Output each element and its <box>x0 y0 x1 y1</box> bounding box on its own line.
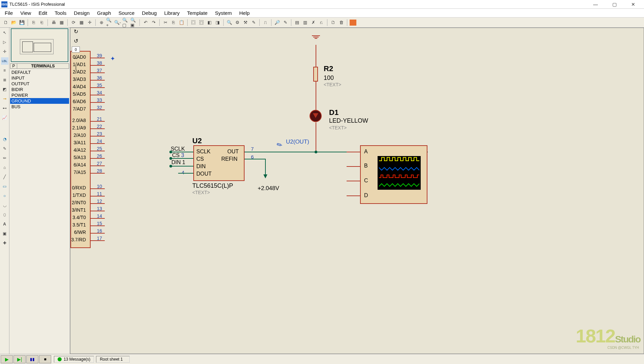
mirror-h-icon[interactable]: ↔ <box>72 55 79 62</box>
text-2d-icon[interactable]: A <box>1 220 8 228</box>
power-terminal-icon[interactable] <box>312 35 320 39</box>
component-d1-led[interactable] <box>310 110 322 122</box>
copy-icon[interactable]: ⎘ <box>170 19 177 26</box>
grid-icon[interactable]: ▦ <box>78 19 85 26</box>
line-2d-icon[interactable]: ╱ <box>1 173 8 181</box>
bom-icon[interactable]: ▤ <box>293 19 301 26</box>
new-sheet-icon[interactable]: 🗋 <box>329 19 337 26</box>
junction-icon[interactable]: ✛ <box>1 48 8 55</box>
origin-icon[interactable]: ✛ <box>86 19 93 26</box>
sim-step-button[interactable]: ▶| <box>13 355 26 363</box>
maximize-button[interactable]: ▢ <box>608 1 621 8</box>
zoom-out-icon[interactable]: 🔍- <box>114 19 121 26</box>
terminal-item-input[interactable]: INPUT <box>10 75 69 81</box>
marker-icon[interactable]: ✚ <box>1 239 8 247</box>
menu-library[interactable]: Library <box>161 9 183 17</box>
instruments-icon[interactable]: ⌂ <box>1 164 8 171</box>
menu-file[interactable]: File <box>1 9 16 17</box>
terminal-item-output[interactable]: OUTPUT <box>10 81 69 87</box>
sheet-name[interactable]: Root sheet 1 <box>96 356 130 363</box>
make-device-icon[interactable]: ⚙ <box>234 19 241 26</box>
block-move-icon[interactable]: ⿵ <box>198 19 205 26</box>
pick-button[interactable]: P <box>10 64 17 68</box>
menu-system[interactable]: System <box>212 9 235 17</box>
rotate-cw-icon[interactable]: ↻ <box>72 28 79 35</box>
redo-icon[interactable]: ↷ <box>150 19 157 26</box>
subcircuit-icon[interactable]: ◩ <box>1 86 8 93</box>
sim-pause-button[interactable]: ▮▮ <box>26 355 38 363</box>
component-mode-icon[interactable]: ▷ <box>1 38 8 46</box>
terminal-item-ground[interactable]: GROUND <box>10 98 69 104</box>
cut-icon[interactable]: ✂ <box>162 19 169 26</box>
terminal-mode-icon[interactable]: ⊸ <box>1 95 8 102</box>
terminal-item-power[interactable]: POWER <box>10 92 69 98</box>
menu-graph[interactable]: Graph <box>94 9 115 17</box>
graph-mode-icon[interactable]: 📈 <box>1 114 8 121</box>
zoom-center-icon[interactable]: ⊕ <box>98 19 105 26</box>
menu-source[interactable]: Source <box>115 9 138 17</box>
zoom-region-icon[interactable]: 🔍▣ <box>130 19 137 26</box>
label-mode-icon[interactable]: LBL <box>1 57 8 65</box>
import-icon[interactable]: ⎘ <box>30 19 37 26</box>
save-file-icon[interactable]: 💾 <box>18 19 26 26</box>
menu-design[interactable]: Design <box>70 9 93 17</box>
paste-icon[interactable]: 📋 <box>178 19 185 26</box>
minimize-button[interactable]: — <box>589 1 602 8</box>
circle-2d-icon[interactable]: ○ <box>1 192 8 200</box>
open-file-icon[interactable]: 📂 <box>10 19 18 26</box>
device-pin-icon[interactable]: ⊷ <box>1 104 8 112</box>
search-icon[interactable]: 🔎 <box>273 19 281 26</box>
ares-link-icon[interactable] <box>349 19 357 26</box>
messages-indicator[interactable]: 13 Message(s) <box>54 356 94 363</box>
terminal-item-bus[interactable]: BUS <box>10 104 69 110</box>
new-file-icon[interactable]: 🗋 <box>2 19 9 26</box>
block-delete-icon[interactable]: ◨ <box>214 19 221 26</box>
wire-refin[interactable] <box>245 159 266 159</box>
menu-debug[interactable]: Debug <box>138 9 160 17</box>
export-icon[interactable]: ⎗ <box>38 19 45 26</box>
pick-icon[interactable]: 🔍 <box>226 19 233 26</box>
generator-icon[interactable]: ◔ <box>1 135 8 143</box>
refresh-icon[interactable]: ⟳ <box>70 19 77 26</box>
terminal-item-default[interactable]: DEFAULT <box>10 69 69 75</box>
path-2d-icon[interactable]: ⬯ <box>1 211 8 218</box>
current-probe-icon[interactable]: ✏ <box>1 154 8 162</box>
menu-edit[interactable]: Edit <box>35 9 51 17</box>
mirror-v-icon[interactable]: ↕ <box>72 64 79 71</box>
zoom-in-icon[interactable]: 🔍+ <box>106 19 113 26</box>
selection-mode-icon[interactable]: ↖ <box>1 29 8 36</box>
menu-template[interactable]: Template <box>184 9 211 17</box>
bus-mode-icon[interactable]: ≣ <box>1 76 8 84</box>
symbol-icon[interactable]: ▣ <box>1 230 8 237</box>
decompose-icon[interactable]: ✎ <box>250 19 257 26</box>
zoom-fit-icon[interactable]: 🔍▢ <box>122 19 129 26</box>
erc-icon[interactable]: ▥ <box>301 19 309 26</box>
voltage-probe-icon[interactable]: ✎ <box>275 140 284 150</box>
netlist-icon[interactable]: ✗ <box>310 19 317 26</box>
block-copy-icon[interactable]: ⿴ <box>190 19 197 26</box>
delete-sheet-icon[interactable]: 🗑 <box>337 19 345 26</box>
property-assign-icon[interactable]: ✎ <box>282 19 289 26</box>
terminal-item-bidir[interactable]: BIDIR <box>10 87 69 92</box>
sim-stop-button[interactable]: ■ <box>39 355 51 363</box>
menu-view[interactable]: View <box>17 9 34 17</box>
menu-tools[interactable]: Tools <box>51 9 70 17</box>
close-button[interactable]: ✕ <box>626 1 640 8</box>
text-script-icon[interactable]: ≡ <box>1 67 8 74</box>
block-rotate-icon[interactable]: ◧ <box>206 19 213 26</box>
rotation-input[interactable] <box>72 47 80 53</box>
box-2d-icon[interactable]: ▭ <box>1 183 8 190</box>
packaging-icon[interactable]: ⚒ <box>242 19 249 26</box>
menu-help[interactable]: Help <box>236 9 253 17</box>
component-r2[interactable] <box>313 67 318 82</box>
schematic-canvas[interactable]: ✦ 0/AD0391/AD1382/AD2373/AD3364/AD4355/A… <box>70 28 644 354</box>
undo-icon[interactable]: ↶ <box>142 19 149 26</box>
voltage-probe-icon[interactable]: ✎ <box>1 145 8 152</box>
ares-icon[interactable]: ⎌ <box>318 19 325 26</box>
wire-autoroute-icon[interactable]: ⎍ <box>262 19 269 26</box>
print-region-icon[interactable]: ▦ <box>58 19 65 26</box>
arc-2d-icon[interactable]: ◡ <box>1 202 8 209</box>
rotate-ccw-icon[interactable]: ↺ <box>72 37 79 44</box>
overview-window[interactable] <box>11 28 68 62</box>
print-icon[interactable]: 🖶 <box>50 19 57 26</box>
